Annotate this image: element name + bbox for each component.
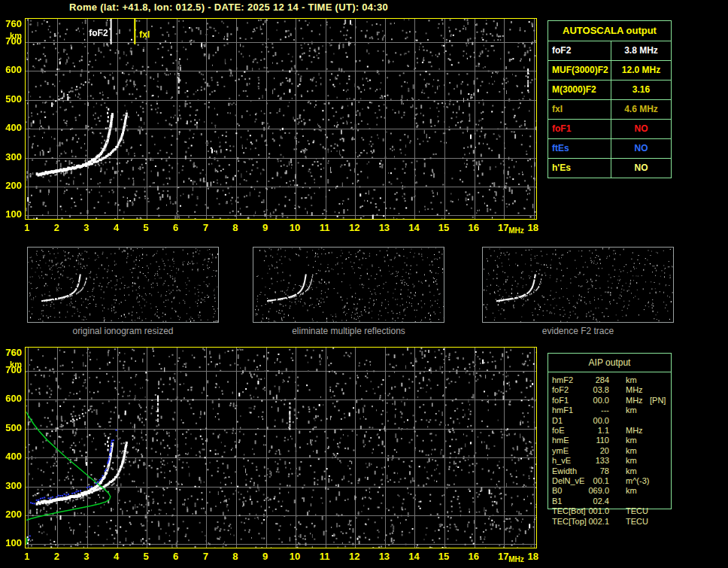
aip-row-tectop: TEC[Top]002.1TECU [548, 517, 728, 527]
autoscala-row-fxi: fxI4.6 MHz [548, 100, 671, 120]
x-tick-label: 7 [197, 223, 214, 233]
x-tick-label: 6 [168, 223, 184, 233]
x-tick-label: 5 [138, 223, 154, 233]
aip-param-label: foF2 [552, 385, 569, 395]
autoscala-param-value: NO [611, 120, 671, 138]
aip-param-value: 069.0 [569, 486, 609, 496]
y-tick-label: 400 [2, 451, 22, 462]
fxi-marker-label: fxI [139, 29, 172, 40]
thumbnail-caption: original ionogram resized [27, 326, 219, 336]
autoscala-table-title: AUTOSCALA output [548, 21, 671, 41]
autoscala-param-value: NO [611, 159, 671, 178]
aip-row-b1: B102.4 [548, 497, 728, 506]
thumbnail-canvas-reflections [253, 248, 444, 322]
aip-param-unit: km [626, 375, 637, 385]
aip-param-label: ymE [552, 446, 569, 456]
y-tick-label: 200 [2, 509, 22, 520]
aip-param-value: 78 [569, 466, 609, 476]
thumbnail-canvas-f2trace [483, 248, 673, 322]
x-tick-label: 16 [466, 223, 482, 233]
y-tick-label: 760 [2, 19, 22, 29]
y-tick-label: 100 [2, 209, 22, 220]
aip-param-value: 00.0 [569, 396, 609, 405]
aip-row-fof2: foF203.8MHz [548, 385, 728, 395]
autoscala-param-label: h'Es [548, 159, 611, 178]
y-tick-label: 700 [2, 365, 22, 375]
x-tick-label: 3 [78, 223, 95, 233]
aip-param-unit: km [626, 405, 637, 415]
y-tick-label: 300 [2, 152, 22, 163]
aip-param-label: D1 [552, 416, 563, 426]
x-tick-label: 16 [466, 551, 482, 562]
y-tick-label: 600 [2, 393, 22, 404]
autoscala-row-m3000f2: M(3000)F23.16 [548, 80, 671, 100]
x-tick-label: 11 [317, 551, 333, 562]
aip-row-fof1: foF100.0MHz[PN] [548, 396, 728, 405]
aip-param-value: 02.4 [569, 497, 609, 506]
aip-row-tecbot: TEC[Bot]001.0TECU [548, 506, 728, 516]
x-tick-label: 18 [525, 551, 541, 562]
x-tick-label: 10 [287, 551, 303, 562]
aip-row-yme: ymE20km [548, 446, 728, 456]
x-tick-label: 6 [168, 551, 184, 562]
aip-param-value: 002.1 [569, 517, 609, 527]
y-tick-label: 760 [2, 348, 22, 358]
aip-param-unit: TECU [626, 517, 648, 527]
aip-param-label: B0 [552, 486, 562, 496]
y-tick-label: 700 [2, 36, 22, 47]
aip-param-unit: MHz [626, 396, 643, 405]
x-tick-label: 1 [19, 551, 35, 562]
aip-row-hmf1: hmF1---km [548, 405, 728, 415]
x-tick-label: 7 [197, 551, 214, 562]
x-tick-label: 10 [287, 223, 303, 233]
autoscala-param-value: 12.0 MHz [611, 61, 671, 80]
y-tick-label: 300 [2, 481, 22, 491]
y-tick-label: 400 [2, 123, 22, 133]
aip-param-flag: [PN] [650, 396, 666, 405]
autoscala-window: Rome (lat: +41.8, lon: 012.5) - DATE: 20… [0, 0, 728, 568]
thumbnail-evidence-f2 [482, 247, 674, 323]
thumbnail-caption: eliminate multiple reflections [253, 326, 444, 336]
ionogram-plot-bottom [25, 347, 537, 548]
ionogram-plot-top: foF2 fxI [25, 18, 537, 220]
station-title: Rome (lat: +41.8, lon: 012.5) - DATE: 20… [69, 2, 388, 13]
aip-param-unit: m^(-3) [626, 476, 649, 486]
aip-param-unit: km [626, 466, 637, 476]
x-tick-label: 12 [346, 223, 362, 233]
y-tick-label: 600 [2, 65, 22, 75]
aip-row-foe: foE1.1MHz [548, 426, 728, 436]
x-tick-label: 9 [257, 551, 274, 562]
aip-param-value: 00.1 [569, 476, 609, 486]
autoscala-param-label: fxI [548, 100, 611, 119]
x-tick-label: 8 [227, 551, 244, 562]
aip-table-rows: hmF2284kmfoF203.8MHzfoF100.0MHz[PN]hmF1-… [548, 375, 728, 533]
aip-param-value: 133 [569, 456, 609, 466]
aip-param-value: 001.0 [569, 506, 609, 516]
thumbnail-caption: evidence F2 trace [482, 326, 674, 336]
aip-param-unit: km [626, 446, 637, 456]
thumbnail-canvas-original [28, 248, 218, 322]
aip-param-label: foF1 [552, 396, 569, 405]
aip-param-label: foE [552, 426, 565, 436]
aip-param-label: hmE [552, 436, 569, 445]
aip-param-unit: TECU [626, 506, 648, 516]
x-tick-label: 13 [376, 551, 393, 562]
autoscala-param-label: ftEs [548, 139, 611, 158]
x-tick-label: 3 [78, 551, 95, 562]
ionogram-canvas-bottom [26, 348, 536, 548]
x-tick-label: 9 [257, 223, 274, 233]
aip-row-delnve: DelN_vE00.1m^(-3) [548, 476, 728, 486]
aip-param-value: 00.0 [569, 416, 609, 426]
fof2-marker-label: foF2 [75, 28, 108, 38]
x-tick-label: 2 [48, 551, 65, 562]
autoscala-output-table: AUTOSCALA output foF23.8 MHzMUF(3000)F21… [548, 20, 672, 178]
x-axis-unit-label: MHz [508, 554, 524, 565]
autoscala-row-fof2: foF23.8 MHz [548, 41, 671, 61]
aip-row-hme: hmE110km [548, 436, 728, 445]
aip-param-value: 03.8 [569, 385, 609, 395]
x-tick-label: 2 [48, 223, 65, 233]
autoscala-table-rows: foF23.8 MHzMUF(3000)F212.0 MHzM(3000)F23… [548, 41, 671, 178]
x-tick-label: 12 [346, 551, 362, 562]
x-tick-label: 4 [108, 223, 125, 233]
thumbnail-original-ionogram [27, 247, 219, 323]
